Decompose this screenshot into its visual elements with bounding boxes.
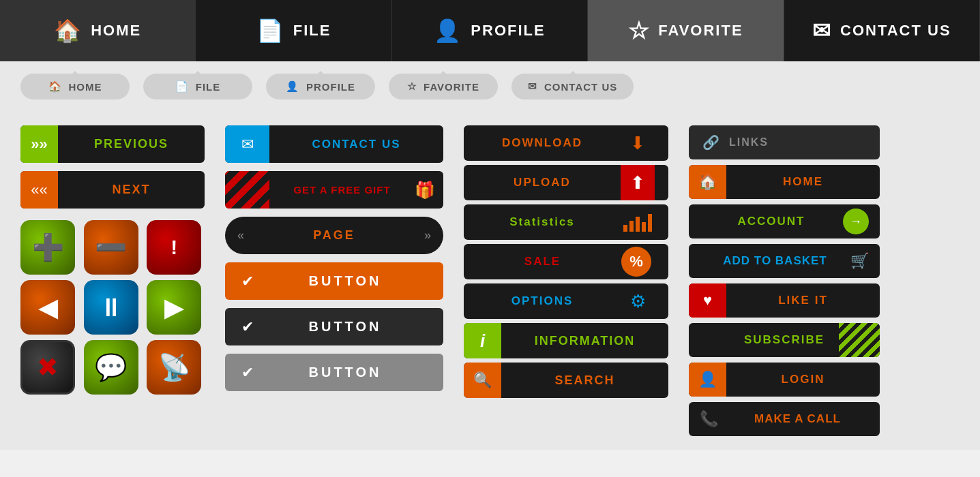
column-4: 🔗 LINKS 🏠 HOME ACCOUNT → ADD TO BASKET 🛒… — [689, 125, 880, 436]
tooltip-contact[interactable]: ✉ CONTACT US — [511, 74, 634, 99]
like-label: LIKE IT — [726, 294, 880, 307]
tooltip-contact-label: CONTACT US — [544, 81, 617, 93]
tooltip-favorite[interactable]: ☆ FAVORITE — [389, 74, 498, 99]
column-2: ✉ CONTACT US GET A FREE GIFT 🎁 « PAGE » … — [225, 125, 443, 436]
tooltip-home-label: HOME — [69, 81, 102, 93]
options-icon: ⚙ — [621, 283, 655, 319]
pause-button[interactable]: ⏸ — [84, 280, 138, 335]
file-icon: 📄 — [256, 18, 285, 44]
page-button[interactable]: « PAGE » — [225, 217, 443, 254]
tooltip-contact-icon: ✉ — [528, 80, 537, 93]
free-gift-button[interactable]: GET A FREE GIFT 🎁 — [225, 171, 443, 209]
makecall-button[interactable]: 📞 MAKE A CALL — [689, 402, 880, 436]
login-button[interactable]: 👤 LOGIN — [689, 363, 880, 397]
minus-button[interactable]: ➖ — [84, 220, 138, 275]
tooltip-favorite-label: FAVORITE — [424, 81, 479, 93]
info-icon: i — [464, 323, 501, 358]
links-label: LINKS — [729, 136, 769, 149]
search-icon: 🔍 — [464, 363, 501, 398]
basket-label: ADD TO BASKET — [700, 254, 850, 268]
previous-label: PREVIOUS — [58, 137, 205, 151]
contact-us-icon: ✉ — [225, 125, 269, 163]
gift-stripe — [225, 171, 269, 209]
download-button[interactable]: DOWNLOAD ⬇ — [464, 125, 668, 161]
gift-icon: 🎁 — [415, 181, 435, 200]
contact-us-button[interactable]: ✉ CONTACT US — [225, 125, 443, 163]
like-button[interactable]: ♥ LIKE IT — [689, 283, 880, 318]
button-dark[interactable]: ✔ BUTTON — [225, 308, 443, 345]
close-button[interactable]: ✖ — [20, 340, 75, 395]
next-label: NEXT — [58, 183, 205, 197]
nav-file[interactable]: 📄 FILE — [196, 0, 391, 61]
column-1: »» PREVIOUS «« NEXT ➕ ➖ ! ◀ ⏸ ▶ ✖ 💬 📡 — [20, 125, 205, 436]
tooltip-favorite-icon: ☆ — [407, 80, 417, 93]
home2-label: HOME — [726, 175, 880, 189]
nav-contact[interactable]: ✉ CONTACT US — [784, 0, 980, 61]
links-button[interactable]: 🔗 LINKS — [689, 125, 880, 159]
statistics-label: Statistics — [464, 215, 621, 229]
nav-contact-label: CONTACT US — [840, 22, 951, 40]
check-icon-1: ✔ — [241, 273, 254, 290]
upload-icon: ⬆ — [621, 165, 655, 200]
check-icon-2: ✔ — [241, 318, 254, 336]
search-button[interactable]: 🔍 SEARCH — [464, 363, 668, 398]
star-icon: ☆ — [628, 17, 650, 44]
home2-button[interactable]: 🏠 HOME — [689, 165, 880, 199]
tooltip-home[interactable]: 🏠 HOME — [20, 74, 130, 99]
back-button[interactable]: ◀ — [20, 280, 75, 335]
nav-home[interactable]: 🏠 HOME — [0, 0, 196, 61]
next-icon: «« — [20, 171, 58, 209]
message-button[interactable]: 💬 — [84, 340, 138, 395]
login-icon: 👤 — [689, 363, 726, 397]
sale-button[interactable]: SALE % — [464, 244, 668, 279]
account-button[interactable]: ACCOUNT → — [689, 204, 880, 238]
rss-button[interactable]: 📡 — [147, 340, 201, 395]
alert-button[interactable]: ! — [147, 220, 201, 275]
nav-favorite-label: FAVORITE — [658, 22, 743, 40]
next-button[interactable]: «« NEXT — [20, 171, 205, 209]
options-label: OPTIONS — [464, 294, 621, 308]
nav-favorite[interactable]: ☆ FAVORITE — [588, 0, 784, 61]
upload-label: UPLOAD — [464, 176, 621, 189]
play-button[interactable]: ▶ — [147, 280, 201, 335]
home-icon: 🏠 — [54, 18, 83, 44]
add-button[interactable]: ➕ — [20, 220, 75, 275]
information-button[interactable]: i INFORMATION — [464, 323, 668, 358]
statistics-button[interactable]: Statistics — [464, 204, 668, 240]
like-icon: ♥ — [689, 283, 726, 318]
home2-icon: 🏠 — [689, 165, 726, 199]
column-3: DOWNLOAD ⬇ UPLOAD ⬆ Statistics SALE — [464, 125, 668, 436]
tooltip-file-icon: 📄 — [175, 80, 189, 93]
phone-icon: 📞 — [700, 410, 718, 428]
links-icon: 🔗 — [702, 134, 719, 151]
tooltip-navigation: 🏠 HOME 📄 FILE 👤 PROFILE ☆ FAVORITE ✉ CON… — [0, 61, 980, 112]
button-gray[interactable]: ✔ BUTTON — [225, 354, 443, 391]
account-label: ACCOUNT — [700, 215, 843, 228]
cart-icon: 🛒 — [850, 252, 869, 270]
button-dark-label: BUTTON — [263, 319, 427, 335]
previous-button[interactable]: »» PREVIOUS — [20, 125, 205, 163]
button-orange[interactable]: ✔ BUTTON — [225, 262, 443, 300]
page-arrow-right: » — [424, 228, 431, 243]
basket-button[interactable]: ADD TO BASKET 🛒 — [689, 244, 880, 278]
page-label: PAGE — [251, 228, 417, 243]
nav-profile[interactable]: 👤 PROFILE — [392, 0, 588, 61]
check-icon-3: ✔ — [241, 364, 254, 382]
makecall-label: MAKE A CALL — [726, 412, 869, 426]
free-gift-label: GET A FREE GIFT — [269, 184, 415, 196]
tooltip-profile[interactable]: 👤 PROFILE — [266, 74, 375, 99]
page-arrow-left: « — [237, 228, 244, 243]
search-label: SEARCH — [501, 373, 668, 388]
icon-grid: ➕ ➖ ! ◀ ⏸ ▶ ✖ 💬 📡 — [20, 220, 205, 395]
nav-profile-label: PROFILE — [471, 22, 545, 40]
tooltip-file-label: FILE — [196, 81, 221, 93]
upload-button[interactable]: UPLOAD ⬆ — [464, 165, 668, 200]
contact-us-label: CONTACT US — [269, 138, 443, 151]
statistics-icon — [621, 204, 655, 240]
top-navigation: 🏠 HOME 📄 FILE 👤 PROFILE ☆ FAVORITE ✉ CON… — [0, 0, 980, 61]
options-button[interactable]: OPTIONS ⚙ — [464, 283, 668, 319]
subscribe-button[interactable]: SUBSCRIBE — [689, 323, 880, 357]
tooltip-file[interactable]: 📄 FILE — [143, 74, 252, 99]
main-content: »» PREVIOUS «« NEXT ➕ ➖ ! ◀ ⏸ ▶ ✖ 💬 📡 ✉ … — [0, 112, 980, 450]
information-label: INFORMATION — [501, 334, 668, 348]
